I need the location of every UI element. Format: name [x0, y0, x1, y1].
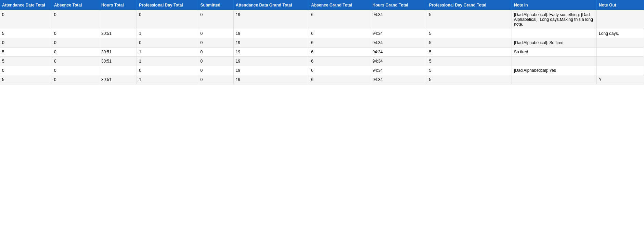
cell-professional-day-grand-total: 5: [427, 29, 512, 38]
main-table-container: Attendance Date Total Absence Total Hour…: [0, 0, 644, 84]
table-row: 000019694:345[Dad Alphabetical]: Early s…: [0, 10, 644, 29]
cell-absence-total: 0: [52, 75, 99, 84]
col-header-absence-grand-total: Absence Grand Total: [309, 0, 370, 10]
cell-absence-total: 0: [52, 57, 99, 66]
col-header-attendance-date-total: Attendance Date Total: [0, 0, 52, 10]
col-header-professional-day-grand-total: Professional Day Grand Total: [427, 0, 512, 10]
cell-submitted: 0: [198, 57, 233, 66]
cell-note-out: [597, 10, 644, 29]
cell-absence-grand-total: 6: [309, 57, 370, 66]
table-row: 5030:511019694:345Y: [0, 75, 644, 84]
table-header-row: Attendance Date Total Absence Total Hour…: [0, 0, 644, 10]
cell-absence-grand-total: 6: [309, 48, 370, 57]
cell-absence-total: 0: [52, 38, 99, 48]
table-row: 5030:511019694:345So tired: [0, 48, 644, 57]
cell-professional-day-total: 0: [137, 66, 198, 75]
cell-professional-day-total: 1: [137, 75, 198, 84]
cell-professional-day-total: 0: [137, 10, 198, 29]
cell-absence-grand-total: 6: [309, 66, 370, 75]
cell-hours-grand-total: 94:34: [370, 10, 427, 29]
table-row: 5030:511019694:345Long days.: [0, 29, 644, 38]
cell-professional-day-grand-total: 5: [427, 38, 512, 48]
cell-note-out: [597, 48, 644, 57]
cell-attendance-date-total: 0: [0, 66, 52, 75]
cell-professional-day-total: 0: [137, 38, 198, 48]
cell-attendance-data-grand-total: 19: [233, 75, 309, 84]
cell-professional-day-grand-total: 5: [427, 57, 512, 66]
cell-hours-grand-total: 94:34: [370, 38, 427, 48]
cell-absence-grand-total: 6: [309, 38, 370, 48]
col-header-hours-total: Hours Total: [99, 0, 137, 10]
cell-professional-day-total: 1: [137, 57, 198, 66]
cell-attendance-data-grand-total: 19: [233, 38, 309, 48]
cell-absence-total: 0: [52, 10, 99, 29]
cell-attendance-date-total: 5: [0, 75, 52, 84]
cell-attendance-date-total: 5: [0, 29, 52, 38]
cell-submitted: 0: [198, 38, 233, 48]
cell-professional-day-grand-total: 5: [427, 75, 512, 84]
col-header-professional-day-total: Professional Day Total: [137, 0, 198, 10]
col-header-attendance-data-grand-total: Attendance Data Grand Total: [233, 0, 309, 10]
cell-hours-grand-total: 94:34: [370, 48, 427, 57]
table-row: 5030:511019694:345: [0, 57, 644, 66]
cell-submitted: 0: [198, 48, 233, 57]
cell-attendance-date-total: 5: [0, 57, 52, 66]
cell-note-out: [597, 57, 644, 66]
cell-professional-day-grand-total: 5: [427, 66, 512, 75]
cell-professional-day-grand-total: 5: [427, 48, 512, 57]
col-header-hours-grand-total: Hours Grand Total: [370, 0, 427, 10]
cell-submitted: 0: [198, 29, 233, 38]
cell-note-in: [Dad Alphabetical]: So tired: [512, 38, 597, 48]
cell-note-in: [512, 75, 597, 84]
cell-hours-grand-total: 94:34: [370, 66, 427, 75]
cell-absence-total: 0: [52, 66, 99, 75]
cell-note-out: [597, 66, 644, 75]
table-body: 000019694:345[Dad Alphabetical]: Early s…: [0, 10, 644, 84]
cell-professional-day-grand-total: 5: [427, 10, 512, 29]
cell-submitted: 0: [198, 10, 233, 29]
col-header-note-in: Note In: [512, 0, 597, 10]
cell-note-in: [Dad Alphabetical]: Yes: [512, 66, 597, 75]
cell-submitted: 0: [198, 75, 233, 84]
cell-hours-total: 30:51: [99, 57, 137, 66]
cell-hours-grand-total: 94:34: [370, 29, 427, 38]
cell-professional-day-total: 1: [137, 48, 198, 57]
col-header-note-out: Note Out: [597, 0, 644, 10]
cell-attendance-data-grand-total: 19: [233, 57, 309, 66]
cell-attendance-date-total: 0: [0, 10, 52, 29]
cell-professional-day-total: 1: [137, 29, 198, 38]
table-row: 000019694:345[Dad Alphabetical]: So tire…: [0, 38, 644, 48]
cell-hours-total: [99, 38, 137, 48]
cell-attendance-data-grand-total: 19: [233, 48, 309, 57]
cell-attendance-date-total: 5: [0, 48, 52, 57]
cell-absence-total: 0: [52, 48, 99, 57]
cell-absence-total: 0: [52, 29, 99, 38]
cell-hours-total: [99, 10, 137, 29]
cell-note-in: So tired: [512, 48, 597, 57]
cell-submitted: 0: [198, 66, 233, 75]
cell-hours-total: 30:51: [99, 29, 137, 38]
cell-absence-grand-total: 6: [309, 29, 370, 38]
cell-hours-total: 30:51: [99, 48, 137, 57]
cell-note-out: Y: [597, 75, 644, 84]
cell-note-in: [Dad Alphabetical]: Early something. [Da…: [512, 10, 597, 29]
cell-hours-grand-total: 94:34: [370, 57, 427, 66]
cell-hours-total: 30:51: [99, 75, 137, 84]
cell-note-out: Long days.: [597, 29, 644, 38]
attendance-table: Attendance Date Total Absence Total Hour…: [0, 0, 644, 84]
col-header-submitted: Submitted: [198, 0, 233, 10]
cell-attendance-date-total: 0: [0, 38, 52, 48]
cell-absence-grand-total: 6: [309, 10, 370, 29]
col-header-absence-total: Absence Total: [52, 0, 99, 10]
cell-attendance-data-grand-total: 19: [233, 66, 309, 75]
cell-note-in: [512, 57, 597, 66]
cell-hours-grand-total: 94:34: [370, 75, 427, 84]
cell-hours-total: [99, 66, 137, 75]
cell-attendance-data-grand-total: 19: [233, 10, 309, 29]
table-row: 000019694:345[Dad Alphabetical]: Yes: [0, 66, 644, 75]
cell-absence-grand-total: 6: [309, 75, 370, 84]
cell-note-out: [597, 38, 644, 48]
cell-attendance-data-grand-total: 19: [233, 29, 309, 38]
cell-note-in: [512, 29, 597, 38]
